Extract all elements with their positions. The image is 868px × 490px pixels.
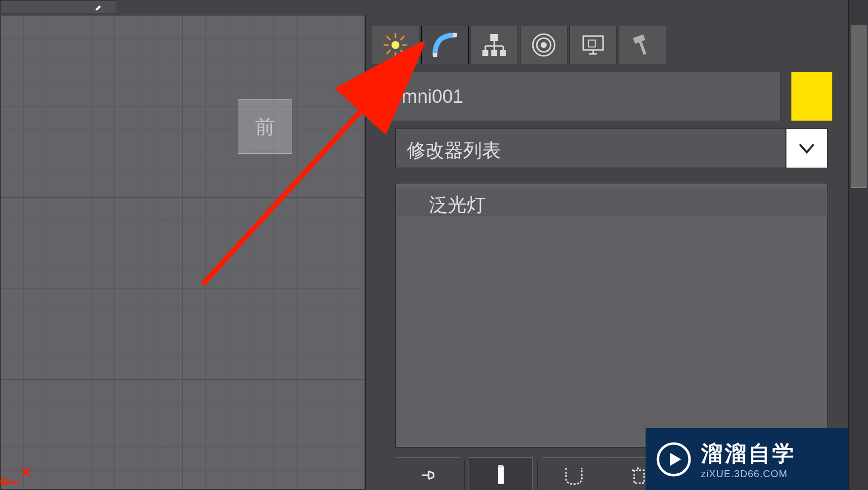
viewport-cross-marker: ✕ (20, 464, 32, 480)
svg-line-9 (400, 36, 404, 40)
svg-rect-25 (583, 36, 603, 50)
watermark-subtitle: ziXUE.3D66.COM (701, 468, 796, 480)
show-end-result-button[interactable] (469, 457, 533, 490)
svg-marker-37 (670, 453, 681, 466)
svg-rect-13 (490, 34, 498, 41)
svg-point-24 (541, 42, 547, 48)
svg-line-7 (387, 36, 391, 40)
pin-icon (416, 463, 439, 487)
command-panel: Omni001 修改器列表 泛光灯 (366, 15, 840, 490)
modifier-stack[interactable]: 泛光灯 (395, 183, 828, 447)
object-name-row: Omni001 (376, 72, 833, 121)
viewport-object-label: 前 (255, 113, 275, 140)
modifier-dropdown-button[interactable] (786, 129, 827, 168)
svg-rect-21 (500, 50, 506, 56)
svg-point-32 (498, 465, 504, 468)
motion-icon (530, 31, 558, 59)
u-shape-icon (562, 463, 586, 487)
modifier-dropdown[interactable]: 修改器列表 (395, 129, 786, 168)
display-icon (579, 31, 607, 59)
pin-stack-button[interactable] (395, 457, 460, 490)
tab-utilities[interactable] (619, 26, 666, 64)
hammer-icon (629, 31, 656, 59)
tab-create[interactable] (372, 26, 419, 64)
cylinder-icon (493, 463, 509, 487)
svg-line-10 (387, 50, 391, 54)
tab-display[interactable] (569, 26, 617, 64)
tab-modify[interactable] (421, 26, 469, 64)
svg-line-8 (400, 50, 404, 54)
create-icon (382, 31, 409, 59)
toolbar-separator (537, 460, 538, 490)
toolbar-separator (464, 460, 465, 490)
object-color-swatch[interactable] (791, 72, 833, 121)
svg-rect-11 (433, 53, 437, 57)
dropper-icon[interactable] (94, 3, 104, 10)
viewport-object[interactable]: 前 (238, 99, 292, 154)
tab-motion[interactable] (520, 26, 567, 64)
right-scrollbar[interactable] (848, 0, 868, 490)
svg-rect-20 (491, 50, 497, 56)
svg-rect-19 (482, 50, 488, 56)
gizmo-icon (0, 474, 20, 489)
modify-icon (431, 31, 459, 59)
scrollbar-thumb[interactable] (851, 25, 867, 188)
make-unique-button[interactable] (542, 457, 606, 490)
tab-hierarchy[interactable] (471, 26, 518, 64)
top-toolbar (0, 0, 116, 13)
viewport-object-shadow (198, 151, 332, 166)
stack-item-omni[interactable]: 泛光灯 (397, 188, 826, 216)
svg-point-2 (391, 41, 399, 49)
viewport[interactable]: 前 ✕ (0, 15, 366, 490)
play-circle-icon (655, 441, 692, 478)
object-name-input[interactable]: Omni001 (376, 72, 781, 121)
svg-rect-31 (498, 466, 504, 484)
watermark-title: 溜溜自学 (701, 439, 796, 468)
svg-rect-26 (588, 40, 595, 47)
modifier-list-row: 修改器列表 (395, 129, 827, 168)
watermark: 溜溜自学 ziXUE.3D66.COM (646, 428, 848, 490)
hierarchy-icon (480, 31, 508, 59)
command-panel-tabs (371, 25, 667, 65)
svg-rect-12 (453, 33, 457, 37)
chevron-down-icon (797, 138, 817, 158)
